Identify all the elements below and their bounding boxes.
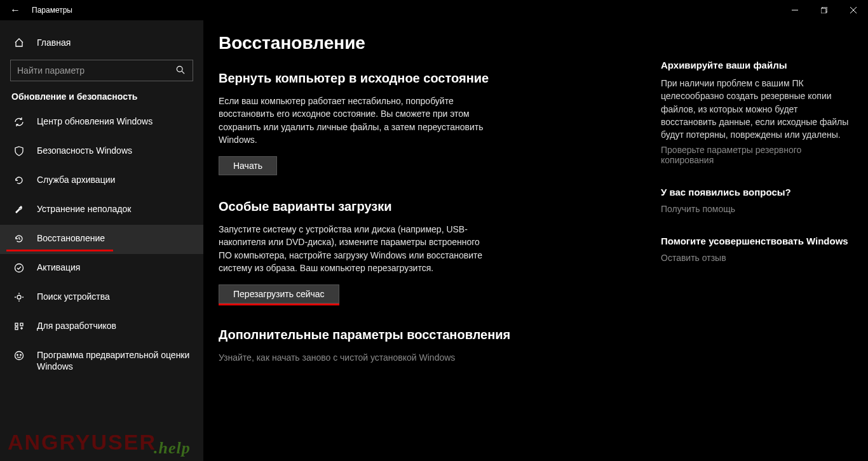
sidebar-item-troubleshoot[interactable]: Устранение неполадок [0,196,203,225]
watermark: ANGRYUSER.help [8,430,191,455]
sidebar-item-security[interactable]: Безопасность Windows [0,137,203,166]
svg-point-6 [15,264,24,272]
aside-get-help-link[interactable]: Получить помощь [661,204,854,214]
section-more-recovery-title: Дополнительные параметры восстановления [219,328,600,342]
sidebar-item-find-device[interactable]: Поиск устройства [0,283,203,312]
close-button[interactable] [839,0,868,20]
sidebar-item-developers[interactable]: Для разработчиков [0,312,203,342]
home-icon [11,37,27,48]
search-placeholder: Найти параметр [17,65,176,76]
aside-panel: Архивируйте ваши файлы При наличии пробл… [661,32,864,461]
shield-icon [11,145,27,156]
reset-start-button[interactable]: Начать [219,156,277,175]
svg-point-17 [15,352,24,360]
restart-now-button[interactable]: Перезагрузить сейчас [219,284,339,304]
window-controls [780,0,868,20]
sidebar-home[interactable]: Главная [0,28,203,57]
check-circle-icon [11,262,27,273]
insider-icon [11,349,27,361]
section-advanced-startup-body: Запустите систему с устройства или диска… [219,223,492,274]
sidebar-category-title: Обновление и безопасность [0,91,203,108]
minimize-button[interactable] [780,0,810,20]
sync-icon [11,116,27,127]
sidebar-item-label: Для разработчиков [37,320,192,331]
window-title: Параметры [32,6,72,15]
svg-line-5 [182,71,184,74]
main-panel: Восстановление Вернуть компьютер в исход… [203,20,868,461]
svg-point-19 [20,354,22,356]
titlebar: ← Параметры [0,0,868,20]
sidebar-item-label: Безопасность Windows [37,145,192,156]
svg-rect-14 [15,327,18,330]
sidebar: Главная Найти параметр Обновление и безо… [0,20,203,461]
sidebar-item-windows-update[interactable]: Центр обновления Windows [0,108,203,137]
section-reset-body: Если ваш компьютер работает нестабильно,… [219,95,492,146]
backup-icon [11,174,27,185]
aside-backup-body: При наличии проблем с вашим ПК целесообр… [661,77,854,141]
sidebar-item-label: Программа предварительной оценки Windows [37,349,192,372]
sidebar-item-label: Восстановление [37,232,192,244]
sidebar-item-label: Активация [37,262,192,273]
section-more-recovery-link[interactable]: Узнайте, как начать заново с чистой уста… [219,351,492,364]
maximize-button[interactable] [810,0,839,20]
sidebar-item-insider[interactable]: Программа предварительной оценки Windows [0,342,203,380]
sidebar-item-label: Поиск устройства [37,291,192,302]
sidebar-item-label: Центр обновления Windows [37,116,192,127]
svg-rect-12 [15,323,18,326]
aside-backup-link[interactable]: Проверьте параметры резервного копирован… [661,145,854,165]
sidebar-item-label: Служба архивации [37,174,192,185]
aside-feedback-title: Помогите усовершенствовать Windows [661,236,854,246]
aside-backup-title: Архивируйте ваши файлы [661,60,854,70]
page-title: Восстановление [219,33,600,53]
svg-point-7 [17,295,21,299]
history-icon [11,232,27,244]
svg-point-4 [177,66,182,72]
location-icon [11,291,27,302]
search-icon [176,65,186,76]
sidebar-item-label: Устранение неполадок [37,203,192,215]
sidebar-item-backup[interactable]: Служба архивации [0,166,203,196]
svg-rect-13 [20,323,23,326]
aside-questions-title: У вас появились вопросы? [661,187,854,197]
svg-point-18 [17,354,18,356]
wrench-icon [11,203,27,215]
search-input[interactable]: Найти параметр [10,60,193,81]
section-reset-title: Вернуть компьютер в исходное состояние [219,71,600,86]
sidebar-home-label: Главная [37,37,71,48]
sidebar-item-activation[interactable]: Активация [0,254,203,283]
developer-icon [11,320,27,331]
sidebar-item-recovery[interactable]: Восстановление [0,225,203,254]
aside-feedback-link[interactable]: Оставить отзыв [661,253,854,263]
section-advanced-startup-title: Особые варианты загрузки [219,199,600,214]
back-button[interactable]: ← [4,4,27,16]
svg-rect-1 [821,8,826,13]
